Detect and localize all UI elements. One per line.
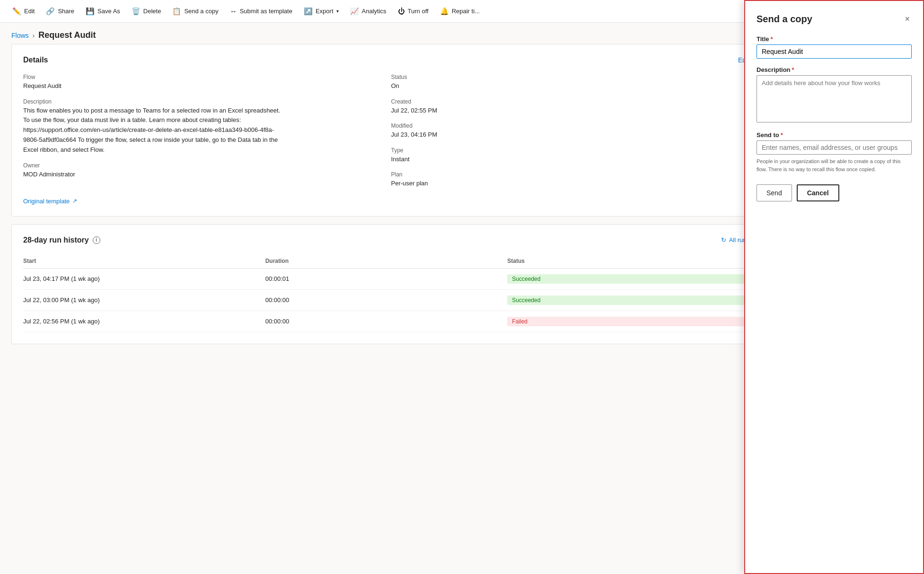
run-history-table: Start Duration Status Jul 23, 04:17 PM (… [23,254,749,332]
external-link-icon: ↗ [72,198,77,204]
history-title: 28-day run history i [23,236,100,244]
title-required: * [771,35,773,43]
type-item: Type Instant [391,147,750,164]
run-duration: 00:00:00 [265,296,508,304]
delete-icon: 🗑️ [132,7,141,16]
details-title: Details [23,56,48,64]
owner-label: Owner [23,162,382,169]
flow-label: Flow [23,74,382,80]
share-button[interactable]: 🔗 Share [41,4,79,18]
edit-button[interactable]: ✏️ Edit [8,4,39,18]
run-start: Jul 22, 02:56 PM (1 wk ago) [23,318,265,325]
close-panel-button[interactable]: × [903,12,912,26]
owner-item: Owner MOD Administrator [23,162,382,179]
power-icon: ⏻ [398,7,405,15]
created-label: Created [391,98,750,105]
type-label: Type [391,147,750,154]
description-textarea[interactable] [757,75,912,122]
send-to-label: Send to * [757,131,912,139]
send-to-helper: People in your organization will be able… [757,157,912,173]
turn-off-button[interactable]: ⏻ Turn off [393,4,433,18]
cancel-button[interactable]: Cancel [797,184,839,201]
submit-template-button[interactable]: ↔️ Submit as template [225,4,297,18]
analytics-button[interactable]: 📈 Analytics [345,4,391,18]
run-table-header: Start Duration Status [23,254,749,269]
status-item: Status On [391,74,750,91]
modified-item: Modified Jul 23, 04:16 PM [391,122,750,139]
export-chevron-icon: ▾ [336,9,339,14]
plan-value: Per-user plan [391,179,750,188]
flow-name-item: Flow Request Audit [23,74,382,91]
send-button[interactable]: Send [757,184,792,201]
send-copy-panel: Send a copy × Title * Description * Send… [744,0,924,574]
status-badge: Succeeded [507,274,749,284]
submit-icon: ↔️ [230,7,237,15]
send-copy-button[interactable]: 📋 Send a copy [167,4,223,18]
type-value: Instant [391,155,750,164]
table-row[interactable]: Jul 23, 04:17 PM (1 wk ago) 00:00:01 Suc… [23,269,749,290]
title-input[interactable] [757,44,912,59]
modified-label: Modified [391,122,750,129]
title-field: Title * [757,35,912,59]
col-duration: Duration [265,258,508,264]
panel-header: Send a copy × [757,12,912,26]
plan-label: Plan [391,171,750,178]
col-start: Start [23,258,265,264]
send-to-required: * [781,131,783,139]
table-row[interactable]: Jul 22, 02:56 PM (1 wk ago) 00:00:00 Fai… [23,311,749,332]
save-as-button[interactable]: 💾 Save As [81,4,125,18]
refresh-icon: ↻ [721,236,726,244]
title-label: Title * [757,35,912,43]
panel-title: Send a copy [757,14,812,25]
original-template-link[interactable]: Original template ↗ [23,198,749,205]
edit-icon: ✏️ [12,7,21,16]
delete-button[interactable]: 🗑️ Delete [127,4,166,18]
send-copy-icon: 📋 [172,7,181,16]
details-card: Details Edit Flow Request Audit Descript… [11,44,761,217]
status-label: Status [391,74,750,80]
run-duration: 00:00:00 [265,318,508,325]
plan-item: Plan Per-user plan [391,171,750,188]
created-item: Created Jul 22, 02:55 PM [391,98,750,115]
bell-icon: 🔔 [440,7,449,16]
table-row[interactable]: Jul 22, 03:00 PM (1 wk ago) 00:00:00 Suc… [23,290,749,311]
panel-actions: Send Cancel [757,184,912,201]
send-to-input[interactable] [757,140,912,155]
export-icon: ↗️ [304,7,313,16]
share-icon: 🔗 [46,7,55,16]
description-required: * [792,66,794,73]
info-icon[interactable]: i [93,236,100,244]
analytics-icon: 📈 [350,7,359,16]
status-value: On [391,81,750,91]
description-value: This flow enables you to post a message … [23,106,288,155]
details-right-group: Status On Created Jul 22, 02:55 PM Modif… [391,74,750,188]
status-badge: Failed [507,317,749,326]
description-label: Description * [757,66,912,73]
owner-value: MOD Administrator [23,170,382,179]
run-start: Jul 22, 03:00 PM (1 wk ago) [23,296,265,304]
save-icon: 💾 [86,7,95,16]
modified-value: Jul 23, 04:16 PM [391,130,750,139]
description-item: Description This flow enables you to pos… [23,98,382,155]
breadcrumb-flows-link[interactable]: Flows [11,32,29,39]
content-area: Flows › Request Audit Details Edit Flow … [0,23,773,574]
details-left-group: Flow Request Audit Description This flow… [23,74,382,188]
breadcrumb: Flows › Request Audit [0,23,773,44]
created-value: Jul 22, 02:55 PM [391,106,750,115]
send-to-field: Send to * People in your organization wi… [757,131,912,173]
col-status: Status [507,258,749,264]
run-duration: 00:00:01 [265,275,508,282]
repair-button[interactable]: 🔔 Repair ti... [435,4,484,18]
flow-value: Request Audit [23,81,382,91]
breadcrumb-separator: › [33,32,35,39]
description-field: Description * [757,66,912,124]
export-button[interactable]: ↗️ Export ▾ [299,4,343,18]
description-label: Description [23,98,382,105]
status-badge: Succeeded [507,296,749,305]
breadcrumb-current: Request Audit [38,30,96,40]
run-start: Jul 23, 04:17 PM (1 wk ago) [23,275,265,282]
run-history-card: 28-day run history i ↻ All runs Start Du… [11,224,761,344]
